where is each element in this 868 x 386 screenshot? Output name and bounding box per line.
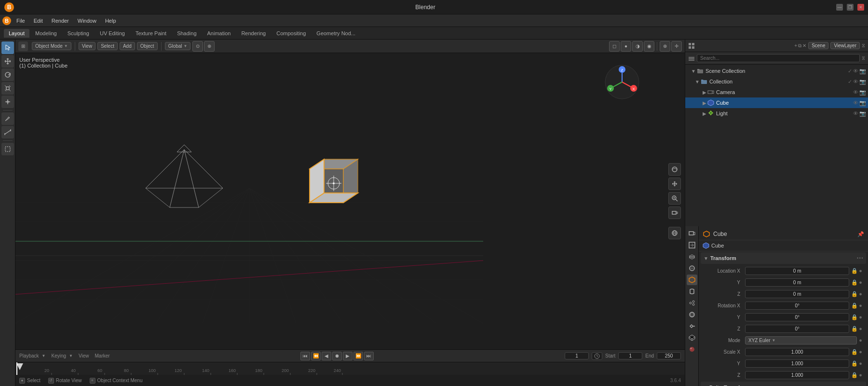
modifier-props-icon[interactable] [687,286,697,297]
rotation-z-value[interactable]: 0° [745,325,849,333]
tab-sculpting[interactable]: Sculpting [63,29,94,38]
light-cam[interactable]: 📷 [859,110,866,117]
next-frame-button[interactable]: ⏩ [353,352,363,360]
transform-tool[interactable] [1,96,14,108]
stop-button[interactable]: ⏺ [332,352,342,360]
viewport-shading-material[interactable]: ◑ [632,41,643,52]
object-props-icon[interactable] [687,275,697,285]
scale-z-value[interactable]: 1.000 [745,371,849,379]
data-props-icon[interactable] [687,332,697,343]
scale-y-dot[interactable]: ● [859,360,862,367]
scene-col-eye[interactable]: 👁 [853,68,858,74]
scale-x-value[interactable]: 1.000 [745,348,849,356]
end-frame-input[interactable] [657,352,681,359]
object-mode-dropdown[interactable]: Object Mode ▼ [32,42,71,50]
outliner-item-collection[interactable]: ▼ Collection ✓ 👁 📷 [685,76,868,87]
scene-props-icon[interactable] [687,263,697,274]
location-z-value[interactable]: 0 m [745,290,849,298]
scale-z-lock[interactable]: 🔒 [851,372,858,378]
play-button[interactable]: ▶ [343,352,353,360]
scale-z-dot[interactable]: ● [859,372,862,378]
zoom-button[interactable] [668,192,681,205]
restore-button[interactable]: ❐ [847,4,854,11]
rot-x-dot[interactable]: ● [859,303,862,309]
outliner-item-cube[interactable]: ▶ Cube 👁 📷 [685,97,868,108]
gizmo-toggle[interactable]: ✛ [671,41,682,52]
scene-name[interactable]: Scene [808,42,828,49]
cursor-tool[interactable] [1,41,14,54]
close-button[interactable]: ✕ [857,4,864,11]
box-select-tool[interactable] [1,143,14,155]
outliner-filter-button[interactable]: ⧖ [862,55,865,61]
outliner-item-scene-collection[interactable]: ▼ Scene Collection ✓ 👁 📷 [685,66,868,76]
scale-x-dot[interactable]: ● [859,349,862,355]
rot-y-dot[interactable]: ● [859,314,862,320]
tab-animation[interactable]: Animation [203,29,236,38]
tab-geometry-nodes[interactable]: Geometry Nod... [312,29,360,38]
col-cam[interactable]: 📷 [859,79,866,85]
delete-scene-icon[interactable]: ✕ [802,43,806,49]
loc-x-dot[interactable]: ● [859,268,862,274]
copy-scene-icon[interactable]: ⧉ [798,43,801,49]
col-eye[interactable]: 👁 [853,79,858,85]
cube-cam[interactable]: 📷 [859,100,866,106]
filter-icon[interactable]: ⧖ [862,43,865,49]
rot-x-lock[interactable]: 🔒 [851,303,858,309]
outliner-item-light[interactable]: ▶ Light 👁 📷 [685,108,868,119]
tab-compositing[interactable]: Compositing [271,29,311,38]
annotate-tool[interactable] [1,112,14,125]
props-pin-icon[interactable]: 📌 [857,231,864,237]
material-props-icon[interactable] [687,344,697,355]
particles-props-icon[interactable] [687,298,697,308]
rot-z-lock[interactable]: 🔒 [851,326,858,332]
navigation-gizmo[interactable]: Z X Y [603,63,641,102]
location-y-value[interactable]: 0 m [745,278,849,287]
menu-window[interactable]: Window [74,17,100,25]
pan-button[interactable] [668,178,681,190]
loc-y-lock[interactable]: 🔒 [851,279,858,286]
light-eye[interactable]: 👁 [853,110,858,117]
loc-z-dot[interactable]: ● [859,291,862,297]
location-x-value[interactable]: 0 m [745,267,849,275]
start-frame-input[interactable] [618,352,642,359]
tab-rendering[interactable]: Rendering [236,29,271,38]
tab-modeling[interactable]: Modeling [30,29,62,38]
tab-uv-editing[interactable]: UV Editing [95,29,130,38]
new-scene-icon[interactable]: + [794,43,797,49]
minimize-button[interactable]: — [836,4,843,11]
snap-button[interactable]: ⊙ [192,41,203,52]
cam-cam[interactable]: 📷 [859,89,866,96]
viewport-shading-solid[interactable]: ● [621,41,631,52]
output-props-icon[interactable] [687,240,697,250]
menu-file[interactable]: File [13,17,29,25]
add-menu[interactable]: Add [120,42,135,50]
world-view-button[interactable] [668,227,681,239]
outliner-search-input[interactable] [697,54,860,62]
render-props-icon[interactable] [687,228,697,239]
rot-z-dot[interactable]: ● [859,326,862,332]
rotation-mode-dropdown[interactable]: XYZ Euler ▼ [745,336,857,345]
3d-viewport[interactable]: User Perspective (1) Collection | Cube Z [15,53,685,349]
viewport-shading-render[interactable]: ◉ [644,41,654,52]
cam-eye[interactable]: 👁 [853,89,858,96]
view-layer-props-icon[interactable] [687,251,697,262]
loc-z-lock[interactable]: 🔒 [851,291,858,297]
select-menu[interactable]: Select [97,42,118,50]
delta-transform-header[interactable]: ▶ Delta Transform ⋯ [701,382,866,386]
proportional-edit-button[interactable]: ⊕ [204,41,215,52]
timeline-ruler[interactable]: 20 40 60 80 100 120 140 1 [15,362,685,375]
menu-render[interactable]: Render [48,17,73,25]
loc-x-lock[interactable]: 🔒 [851,268,858,274]
prev-frame-button[interactable]: ⏪ [311,352,321,360]
transform-dropdown[interactable]: Global ▼ [165,42,191,50]
current-frame-input[interactable] [565,352,589,359]
tab-shading[interactable]: Shading [172,29,201,38]
orbit-button[interactable] [668,163,681,176]
rot-y-lock[interactable]: 🔒 [851,314,858,320]
mode-dot[interactable]: ● [859,337,862,343]
menu-edit[interactable]: Edit [30,17,47,25]
play-reverse-button[interactable]: ◀ [322,352,331,360]
object-menu[interactable]: Object [137,42,158,50]
overlay-toggle[interactable]: ⊕ [660,41,670,52]
tab-texture-paint[interactable]: Texture Paint [131,29,171,38]
